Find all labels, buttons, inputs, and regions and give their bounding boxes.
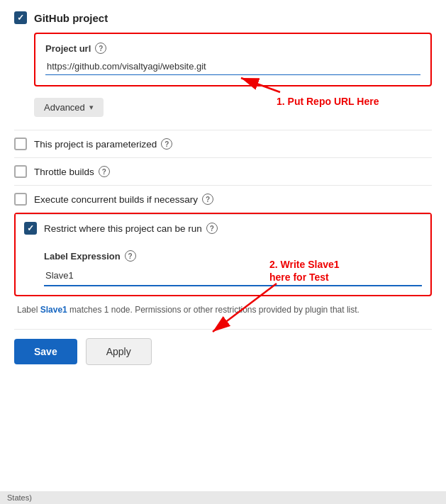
project-url-box: Project url ?	[34, 33, 432, 86]
github-header: GitHub project	[14, 11, 432, 24]
concurrent-help-icon[interactable]: ?	[202, 194, 213, 205]
info-text: Label Slave1 matches 1 node. Permissions…	[14, 303, 432, 316]
restrict-header: Restrict where this project can be run ?	[16, 214, 430, 242]
parameterized-help-icon[interactable]: ?	[161, 138, 172, 150]
project-url-label: Project url ?	[45, 43, 420, 54]
restrict-label: Restrict where this project can be run ?	[44, 223, 218, 234]
restrict-checkbox[interactable]	[24, 222, 37, 235]
save-button[interactable]: Save	[14, 339, 77, 364]
slave1-highlight: Slave1	[40, 305, 67, 315]
label-expression-help-icon[interactable]: ?	[125, 250, 136, 262]
apply-button[interactable]: Apply	[86, 338, 152, 365]
parameterized-row: This project is parameterized ?	[14, 130, 432, 157]
label-expression-input[interactable]	[44, 266, 422, 286]
throttle-checkbox[interactable]	[14, 165, 27, 178]
parameterized-checkbox[interactable]	[14, 138, 27, 150]
buttons-row: Save Apply	[14, 329, 432, 365]
parameterized-label: This project is parameterized ?	[34, 138, 172, 150]
throttle-row: Throttle builds ?	[14, 157, 432, 185]
github-checkbox[interactable]	[14, 11, 27, 24]
chevron-down-icon: ▾	[89, 103, 94, 112]
github-section: GitHub project Project url ? Advanced ▾	[14, 11, 432, 117]
restrict-inner: Label Expression ?	[16, 242, 430, 295]
label-expression-label: Label Expression ?	[44, 250, 422, 262]
concurrent-checkbox[interactable]	[14, 193, 27, 206]
throttle-label: Throttle builds ?	[34, 166, 110, 177]
options-section: This project is parameterized ? Throttle…	[14, 130, 432, 316]
project-url-input[interactable]	[45, 58, 420, 75]
concurrent-row: Execute concurrent builds if necessary ?	[14, 185, 432, 213]
project-url-help-icon[interactable]: ?	[95, 43, 106, 54]
restrict-box: Restrict where this project can be run ?…	[14, 213, 432, 296]
throttle-help-icon[interactable]: ?	[99, 166, 110, 177]
advanced-button[interactable]: Advanced ▾	[34, 98, 104, 117]
github-title: GitHub project	[34, 12, 108, 24]
page-container: GitHub project Project url ? Advanced ▾ …	[0, 0, 446, 504]
restrict-help-icon[interactable]: ?	[206, 223, 218, 234]
concurrent-label: Execute concurrent builds if necessary ?	[34, 194, 213, 205]
status-bar: States)	[0, 491, 446, 504]
